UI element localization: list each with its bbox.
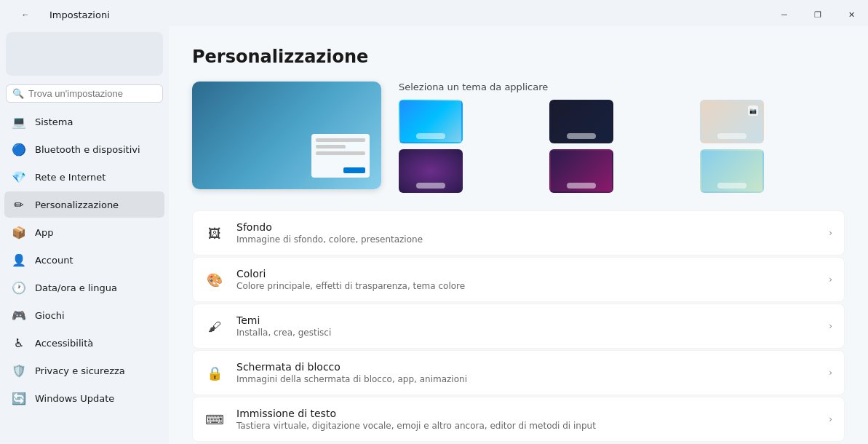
settings-list: 🖼 Sfondo Immagine di sfondo, colore, pre… <box>192 210 845 444</box>
settings-item-temi[interactable]: 🖌 Temi Installa, crea, gestisci › <box>192 304 845 349</box>
settings-item-schermata-blocco[interactable]: 🔒 Schermata di blocco Immagini della sch… <box>192 350 845 395</box>
sidebar-item-windowsupdate[interactable]: 🔄 Windows Update <box>4 385 164 411</box>
preview-line-3 <box>316 151 365 155</box>
close-button[interactable]: ✕ <box>835 1 868 28</box>
search-icon: 🔍 <box>12 88 24 99</box>
theme-card-flower[interactable] <box>549 149 613 193</box>
nav-icon-windowsupdate: 🔄 <box>12 391 26 405</box>
chevron-icon-sfondo: › <box>829 228 832 238</box>
nav-icon-dataora: 🕐 <box>12 280 26 295</box>
nav-label-windowsupdate: Windows Update <box>35 393 114 404</box>
preview-line-2 <box>316 145 346 148</box>
minimize-icon: ─ <box>781 10 787 19</box>
camera-icon: 📷 <box>748 106 758 116</box>
sidebar-item-bluetooth[interactable]: 🔵 Bluetooth e dispositivi <box>4 136 164 162</box>
nav-label-dataora: Data/ora e lingua <box>35 282 117 293</box>
theme-taskbar-dark <box>567 133 596 139</box>
theme-card-blue[interactable] <box>399 100 463 143</box>
nav-label-bluetooth: Bluetooth e dispositivi <box>35 144 140 155</box>
nav-icon-account: 👤 <box>12 253 26 267</box>
nav-label-personalizzazione: Personalizzazione <box>35 199 119 210</box>
settings-subtitle-colori: Colore principale, effetti di trasparenz… <box>236 281 817 291</box>
titlebar-left: ← Impostazioni <box>9 1 110 28</box>
preview-line-1 <box>316 138 365 142</box>
sidebar-item-privacy[interactable]: 🛡️ Privacy e sicurezza <box>4 357 164 384</box>
theme-card-sunset[interactable] <box>700 149 764 193</box>
nav-icon-accessibilita: ♿ <box>12 336 26 350</box>
sidebar-item-account[interactable]: 👤 Account <box>4 247 164 273</box>
sidebar-item-accessibilita[interactable]: ♿ Accessibilità <box>4 330 164 356</box>
settings-text-sfondo: Sfondo Immagine di sfondo, colore, prese… <box>236 221 817 245</box>
settings-subtitle-temi: Installa, crea, gestisci <box>236 328 817 338</box>
theme-taskbar-nature <box>717 133 746 139</box>
minimize-button[interactable]: ─ <box>768 1 801 28</box>
maximize-icon: ❐ <box>814 10 821 20</box>
back-button[interactable]: ← <box>9 1 42 28</box>
page-title: Personalizzazione <box>192 47 845 67</box>
settings-text-colori: Colori Colore principale, effetti di tra… <box>236 268 817 291</box>
theme-taskbar-purple <box>416 183 445 189</box>
nav-label-app: App <box>35 227 53 238</box>
settings-item-colori[interactable]: 🎨 Colori Colore principale, effetti di t… <box>192 257 845 302</box>
settings-subtitle-sfondo: Immagine di sfondo, colore, presentazion… <box>236 234 817 245</box>
chevron-icon-schermata-blocco: › <box>829 368 832 378</box>
settings-title-colori: Colori <box>236 268 817 280</box>
titlebar: ← Impostazioni ─ ❐ ✕ <box>0 0 868 26</box>
theme-preview <box>192 82 381 189</box>
theme-card-dark[interactable] <box>549 100 613 143</box>
nav-label-rete: Rete e Internet <box>35 172 105 183</box>
theme-grid-section: Seleziona un tema da applicare 📷 <box>399 82 845 193</box>
maximize-button[interactable]: ❐ <box>801 1 835 28</box>
settings-icon-colori: 🎨 <box>204 269 225 290</box>
sidebar: 🔍 💻 Sistema 🔵 Bluetooth e dispositivi 💎 … <box>0 26 169 444</box>
app-body: 🔍 💻 Sistema 🔵 Bluetooth e dispositivi 💎 … <box>0 26 868 444</box>
settings-icon-schermata-blocco: 🔒 <box>204 362 225 383</box>
sidebar-item-giochi[interactable]: 🎮 Giochi <box>4 302 164 328</box>
sidebar-search-container[interactable]: 🔍 <box>6 84 163 103</box>
sidebar-item-rete[interactable]: 💎 Rete e Internet <box>4 164 164 190</box>
settings-item-immissione-testo[interactable]: ⌨ Immissione di testo Tastiera virtuale,… <box>192 397 845 442</box>
settings-text-temi: Temi Installa, crea, gestisci <box>236 314 817 338</box>
nav-icon-sistema: 💻 <box>12 114 26 129</box>
settings-item-sfondo[interactable]: 🖼 Sfondo Immagine di sfondo, colore, pre… <box>192 210 845 255</box>
nav-label-privacy: Privacy e sicurezza <box>35 365 125 376</box>
sidebar-item-sistema[interactable]: 💻 Sistema <box>4 108 164 135</box>
theme-card-nature[interactable]: 📷 <box>700 100 764 143</box>
settings-icon-temi: 🖌 <box>204 316 225 336</box>
settings-text-schermata-blocco: Schermata di blocco Immagini della scher… <box>236 361 817 384</box>
nav-icon-app: 📦 <box>12 225 26 239</box>
nav-label-accessibilita: Accessibilità <box>35 338 93 349</box>
settings-title-temi: Temi <box>236 314 817 326</box>
preview-button <box>343 167 365 173</box>
theme-taskbar-sunset <box>717 183 746 189</box>
settings-text-immissione-testo: Immissione di testo Tastiera virtuale, d… <box>236 408 817 431</box>
theme-preview-window <box>311 134 370 178</box>
sidebar-item-personalizzazione[interactable]: ✏️ Personalizzazione <box>4 191 164 218</box>
nav-icon-rete: 💎 <box>12 170 26 184</box>
search-input[interactable] <box>28 88 156 99</box>
sidebar-item-app[interactable]: 📦 App <box>4 219 164 245</box>
theme-card-purple[interactable] <box>399 149 463 193</box>
chevron-icon-immissione-testo: › <box>829 414 832 424</box>
nav-label-account: Account <box>35 255 73 266</box>
nav-icon-giochi: 🎮 <box>12 308 26 322</box>
nav-icon-personalizzazione: ✏️ <box>12 197 26 212</box>
settings-title-schermata-blocco: Schermata di blocco <box>236 361 817 373</box>
settings-icon-immissione-testo: ⌨ <box>204 409 225 429</box>
chevron-icon-colori: › <box>829 274 832 285</box>
app-title: Impostazioni <box>49 9 110 20</box>
sidebar-item-dataora[interactable]: 🕐 Data/ora e lingua <box>4 274 164 301</box>
nav-label-sistema: Sistema <box>35 116 73 127</box>
theme-section: Seleziona un tema da applicare 📷 <box>192 82 845 193</box>
titlebar-controls: ─ ❐ ✕ <box>768 1 868 28</box>
sidebar-profile <box>6 32 163 76</box>
chevron-icon-temi: › <box>829 321 832 331</box>
theme-grid: 📷 <box>399 100 845 193</box>
theme-grid-label: Seleziona un tema da applicare <box>399 82 845 92</box>
theme-taskbar-flower <box>567 183 596 189</box>
close-icon: ✕ <box>848 10 855 20</box>
main-content: Personalizzazione Seleziona un tema da a… <box>169 26 868 444</box>
theme-taskbar <box>416 133 445 139</box>
nav-label-giochi: Giochi <box>35 310 65 321</box>
settings-subtitle-schermata-blocco: Immagini della schermata di blocco, app,… <box>236 374 817 384</box>
